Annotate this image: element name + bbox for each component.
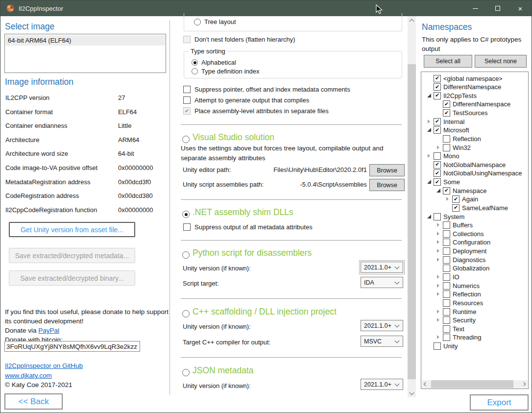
tree-item[interactable]: ✔Some <box>422 178 528 187</box>
tree-checkbox[interactable]: ✔ <box>434 83 441 91</box>
expander-collapsed-icon[interactable] <box>435 239 443 246</box>
tree-item[interactable]: Mono <box>422 152 528 161</box>
tree-item[interactable]: IO <box>422 272 528 281</box>
browse-assemblies-path-button[interactable]: Browse <box>369 179 405 191</box>
tree-checkbox[interactable]: ✔ <box>434 118 441 125</box>
tree-checkbox[interactable]: ✔ <box>443 109 450 117</box>
expander-collapsed-icon[interactable] <box>435 334 443 341</box>
cpp-unity-version-select[interactable]: 2021.1.0+ <box>361 320 403 331</box>
tree-item[interactable]: Unity <box>422 342 528 351</box>
bitcoin-address-field[interactable] <box>4 341 140 352</box>
tree-checkbox[interactable] <box>443 334 450 341</box>
tree-item[interactable]: Threading <box>422 333 528 342</box>
type-definition-index-radio[interactable] <box>192 68 198 74</box>
close-button[interactable]: × <box>509 0 532 16</box>
tree-checkbox[interactable]: ✔ <box>452 195 459 203</box>
expander-collapsed-icon[interactable] <box>435 144 443 151</box>
tree-item[interactable]: Text <box>422 324 528 333</box>
scroll-up-button[interactable] <box>408 16 416 24</box>
expander-collapsed-icon[interactable] <box>435 221 443 229</box>
expander-expanded-icon[interactable] <box>435 187 443 194</box>
tree-item[interactable]: Reflection <box>422 134 528 143</box>
tree-checkbox[interactable]: ✔ <box>434 170 441 177</box>
tree-item[interactable]: ✔Internal <box>422 117 528 126</box>
script-assemblies-path-field[interactable]: -5.0.4\ScriptAssemblies <box>255 181 367 188</box>
dont-nest-checkbox[interactable] <box>183 36 191 43</box>
expander-collapsed-icon[interactable] <box>435 282 443 290</box>
save-binary-button[interactable]: Save extracted/decrypted binary... <box>9 270 135 286</box>
expander-collapsed-icon[interactable] <box>435 291 443 298</box>
cpp-compiler-select[interactable]: MSVC <box>361 336 403 347</box>
tree-horizontal-scrollbar[interactable] <box>422 380 528 388</box>
tree-item[interactable]: ✔Il2CppTests <box>422 91 528 100</box>
tree-item[interactable]: Globalization <box>422 264 528 273</box>
json-metadata-radio[interactable] <box>182 369 190 376</box>
tree-layout-radio[interactable] <box>194 19 201 25</box>
tree-item[interactable]: ✔<global namespace> <box>422 74 528 83</box>
tree-item[interactable]: System <box>422 212 528 221</box>
save-metadata-button[interactable]: Save extracted/decrypted metadata... <box>9 248 135 263</box>
tree-item[interactable]: Collections <box>422 229 528 238</box>
tree-item[interactable]: Numerics <box>422 281 528 290</box>
website-link[interactable]: www.djkaty.com <box>5 372 52 379</box>
expander-collapsed-icon[interactable] <box>435 230 443 238</box>
expander-collapsed-icon[interactable] <box>426 118 434 125</box>
tree-checkbox[interactable]: ✔ <box>443 100 450 108</box>
separate-files-checkbox[interactable]: ✔ <box>183 107 191 115</box>
expander-collapsed-icon[interactable] <box>444 195 452 203</box>
tree-checkbox[interactable] <box>434 213 441 220</box>
tree-item[interactable]: ✔NotGlobalNamespace <box>422 160 528 169</box>
tree-checkbox[interactable] <box>443 299 450 307</box>
tree-item[interactable]: Runtime <box>422 307 528 316</box>
scroll-left-button[interactable] <box>422 380 430 388</box>
tree-checkbox[interactable] <box>443 265 450 272</box>
expander-collapsed-icon[interactable] <box>435 247 443 255</box>
unity-editor-path-field[interactable]: Files\Unity\Hub\Editor\2020.2.0f1 <box>255 166 367 173</box>
minimize-button[interactable] <box>464 0 486 16</box>
tree-checkbox[interactable] <box>443 316 450 324</box>
tree-item[interactable]: ✔TestSources <box>422 109 528 118</box>
tree-checkbox[interactable] <box>443 144 450 151</box>
visual-studio-radio[interactable] <box>182 136 190 143</box>
expander-collapsed-icon[interactable] <box>435 316 443 324</box>
tree-checkbox[interactable]: ✔ <box>434 161 441 169</box>
tree-checkbox[interactable] <box>443 291 450 298</box>
tree-checkbox[interactable]: ✔ <box>452 204 459 212</box>
github-link[interactable]: Il2CppInspector on GitHub <box>5 362 83 369</box>
tree-item[interactable]: ✔Namespace <box>422 186 528 195</box>
namespaces-tree[interactable]: ✔<global namespace>✔DifferentNamespace✔I… <box>421 72 529 389</box>
tree-checkbox[interactable] <box>443 282 450 290</box>
image-listbox[interactable]: 64-bit ARM64 (ELF64) <box>4 34 166 73</box>
export-button[interactable]: Export <box>470 394 529 411</box>
expander-expanded-icon[interactable] <box>426 178 434 186</box>
tree-checkbox[interactable] <box>443 325 450 333</box>
tree-checkbox[interactable]: ✔ <box>434 92 441 99</box>
tree-item[interactable]: Configuration <box>422 238 528 247</box>
tree-checkbox[interactable] <box>443 135 450 143</box>
tree-checkbox[interactable]: ✔ <box>434 178 441 186</box>
expander-expanded-icon[interactable] <box>426 213 434 220</box>
compiles-checkbox[interactable] <box>183 97 191 104</box>
tree-checkbox[interactable] <box>443 239 450 246</box>
tree-item[interactable]: ✔SameLeafName <box>422 203 528 212</box>
options-scrollbar[interactable] <box>408 16 416 397</box>
expander-expanded-icon[interactable] <box>426 92 434 99</box>
tree-checkbox[interactable] <box>443 256 450 264</box>
list-item[interactable]: 64-bit ARM64 (ELF64) <box>5 35 165 46</box>
tree-checkbox[interactable] <box>434 342 441 350</box>
scroll-down-button[interactable] <box>408 389 416 397</box>
maximize-button[interactable] <box>486 0 509 16</box>
tree-item[interactable]: Reflection <box>422 290 528 299</box>
tree-checkbox[interactable] <box>443 230 450 238</box>
scrollbar-thumb[interactable] <box>431 380 513 388</box>
tree-item[interactable]: ✔DifferentNamespace <box>422 83 528 92</box>
script-target-select[interactable]: IDA <box>361 277 403 288</box>
tree-item[interactable]: Buffers <box>422 221 528 230</box>
tree-item[interactable]: Win32 <box>422 143 528 152</box>
select-none-button[interactable]: Select none <box>475 55 527 68</box>
tree-item[interactable]: ✔NotGlobalUsingNamespace <box>422 169 528 178</box>
tree-checkbox[interactable] <box>443 273 450 281</box>
scrollbar-thumb[interactable] <box>408 64 416 379</box>
expander-expanded-icon[interactable] <box>426 126 434 134</box>
tree-checkbox[interactable]: ✔ <box>434 126 441 134</box>
